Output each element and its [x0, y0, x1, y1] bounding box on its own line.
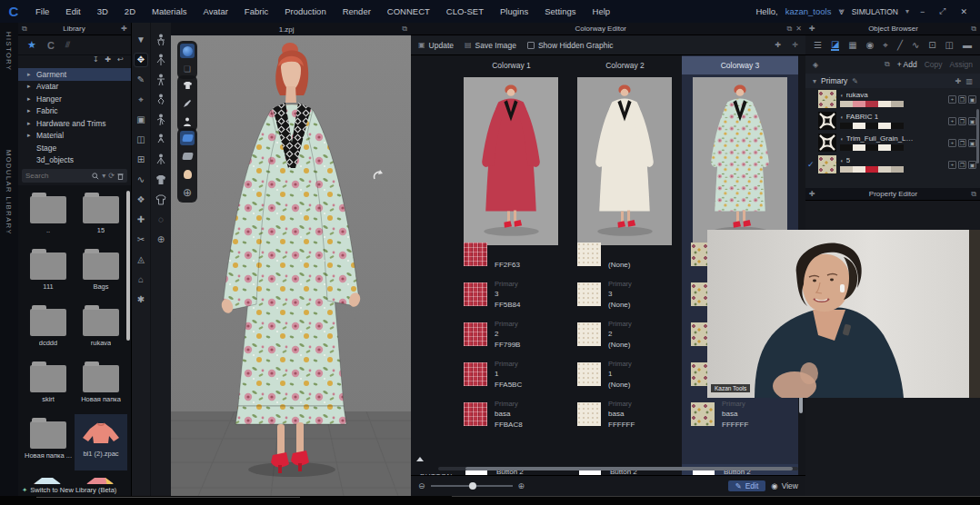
back-icon[interactable]: ↩ — [117, 55, 124, 68]
fabric-thumbnail[interactable] — [818, 90, 836, 108]
menu-materials[interactable]: Materials — [144, 6, 195, 16]
colorway2-thumbnail[interactable] — [577, 77, 672, 245]
avatar-pose-icon[interactable] — [155, 54, 166, 66]
zoom-out-icon[interactable]: ⊖ — [418, 481, 425, 490]
tab-puckering-icon[interactable]: ∿ — [912, 40, 919, 50]
fabric-thumbnail[interactable] — [818, 155, 836, 173]
steam-tool-icon[interactable]: ∿ — [137, 173, 145, 186]
tree-item-3d-objects[interactable]: 3d_objects — [18, 154, 131, 167]
snapshot-icon[interactable]: ▣ — [968, 95, 976, 104]
garment-item[interactable] — [22, 470, 75, 484]
paint-toggle-icon[interactable] — [180, 96, 195, 111]
garment-item[interactable] — [75, 470, 127, 484]
download-icon[interactable]: ↧ — [93, 55, 99, 68]
zoom-in-icon[interactable]: ⊕ — [518, 481, 525, 490]
fabric-item-trim-leather[interactable]: ◖ Trim_Full_Grain_Leather + ❐ ▣ — [805, 132, 980, 153]
colorway2-row[interactable]: (None) — [568, 239, 677, 279]
folder-item[interactable]: skirt — [22, 358, 75, 414]
fabric-thumbnail[interactable] — [818, 134, 836, 152]
colorway3-header[interactable]: Colorway 3 — [682, 56, 798, 74]
checkbox-icon[interactable] — [527, 42, 535, 49]
fabric-item-rukava[interactable]: ◖ rukava + ❐ ▣ — [805, 88, 980, 110]
mesh-display-icon[interactable]: ◌ — [158, 213, 164, 226]
folder-item[interactable]: .. — [22, 189, 75, 245]
object-browser-scrollbar[interactable] — [976, 109, 979, 163]
flatten-tool-icon[interactable]: ✱ — [137, 293, 145, 306]
colorway1-row[interactable]: Primary 3 FF5B84 — [455, 279, 564, 319]
snapshot-icon[interactable]: ▣ — [968, 139, 976, 147]
pin-tool-icon[interactable]: ⌖ — [138, 94, 144, 106]
refresh-icon[interactable]: ⟳ — [108, 172, 115, 180]
sewing-tool-icon[interactable]: ◫ — [136, 134, 145, 146]
rename-icon[interactable]: ✎ — [852, 77, 858, 85]
file-item-selected[interactable]: bl1 (2).zpac — [75, 414, 127, 470]
menu-3d[interactable]: 3D — [89, 6, 116, 16]
colorway1-row[interactable]: Primary 1 FFA5BC — [455, 359, 564, 399]
clone-icon[interactable]: ❐ — [958, 95, 966, 104]
folder-item[interactable]: dcddd — [22, 302, 75, 358]
menu-clo-set[interactable]: CLO-SET — [438, 6, 492, 16]
add-colorway-icon[interactable]: ✚ — [775, 41, 782, 49]
caret-icon[interactable]: ▸ — [27, 132, 33, 139]
filter-icon[interactable]: ◈ — [813, 61, 818, 69]
tab-fabric-icon[interactable]: ◪ — [831, 39, 839, 51]
avatar-pose-icon[interactable] — [155, 114, 166, 126]
measure-tool-icon[interactable]: ⌂ — [138, 273, 144, 286]
snapshot-icon[interactable]: ▣ — [968, 117, 976, 125]
save-image-button[interactable]: ▤ Save Image — [465, 41, 516, 50]
fabric-section-header[interactable]: ▾ Primary ✎ ✚ ▥ — [805, 74, 980, 88]
fabric-swatch[interactable] — [464, 322, 487, 346]
mode-selector[interactable]: SIMULATION — [852, 7, 898, 16]
expand-icon[interactable]: ✚ — [809, 190, 815, 198]
colorway1-row[interactable]: Primary 2 FF799B — [455, 319, 564, 359]
tree-item-garment[interactable]: ▸ Garment — [18, 68, 131, 81]
colorway1-header[interactable]: Colorway 1 — [455, 56, 568, 74]
caret-icon[interactable]: ▸ — [27, 107, 33, 114]
colorway2-header[interactable]: Colorway 2 — [568, 56, 682, 74]
clo-library-icon[interactable]: C — [47, 40, 55, 51]
menu-connect[interactable]: CONNECT — [379, 6, 438, 16]
segment-sew-icon[interactable]: ⊞ — [137, 153, 145, 166]
panel-menu-icon[interactable]: ✚ — [121, 25, 127, 33]
pen-tool-icon[interactable]: ✎ — [137, 74, 145, 86]
grid-display-icon[interactable]: ⊕ — [157, 233, 165, 246]
add-icon[interactable]: ✚ — [105, 55, 112, 68]
caret-icon[interactable]: ▸ — [27, 95, 33, 103]
tshirt-icon[interactable] — [155, 193, 166, 206]
duplicate-colorway-icon[interactable]: ✛ — [792, 41, 798, 49]
edit-mode-button[interactable]: ✎ Edit — [728, 480, 766, 491]
tree-item-stage[interactable]: Stage — [18, 142, 131, 154]
search-filter-icon[interactable]: ▾ — [102, 172, 105, 180]
tree-item-hardware-trims[interactable]: ▸ Hardware and Trims — [18, 117, 131, 130]
fabric-on-icon[interactable] — [180, 131, 195, 145]
search-input[interactable] — [25, 172, 89, 180]
trash-icon[interactable] — [117, 173, 124, 180]
avatar-pose-icon[interactable] — [155, 153, 166, 166]
viewport-canvas[interactable]: ❏ ⊕ — [171, 35, 411, 496]
head-toggle-icon[interactable] — [180, 167, 195, 182]
fabric-swatch[interactable] — [464, 402, 487, 426]
fabric-swatch[interactable] — [691, 402, 715, 426]
tree-item-avatar[interactable]: ▸ Avatar — [18, 81, 131, 94]
menu-help[interactable]: Help — [585, 6, 619, 16]
avatar-pose-icon[interactable] — [155, 134, 166, 146]
zoom-slider[interactable] — [431, 485, 513, 487]
folder-item[interactable]: Новая папка — [75, 358, 127, 414]
fabric-swatch[interactable] — [464, 243, 487, 266]
tab-hardware-icon[interactable]: ▬ — [963, 40, 972, 50]
scroll-up-arrow[interactable] — [416, 457, 424, 461]
avatar-pose-icon[interactable] — [155, 74, 166, 86]
caret-icon[interactable]: ▸ — [27, 71, 33, 78]
tab-trim-icon[interactable]: ◫ — [945, 40, 954, 50]
library-scrollbar[interactable] — [126, 191, 130, 341]
clone-icon[interactable]: ❐ — [958, 161, 966, 169]
scissors-icon[interactable]: ✂ — [137, 233, 145, 246]
tree-item-material[interactable]: ▸ Material — [18, 130, 131, 143]
viewport-tab[interactable]: 1.zpj ⧉ — [171, 23, 411, 35]
menu-file[interactable]: File — [27, 6, 57, 16]
colorway3-thumbnail[interactable] — [693, 77, 787, 245]
colorway1-row[interactable]: FF2F63 — [455, 239, 564, 279]
tab-button-icon[interactable]: ◉ — [866, 40, 875, 50]
caret-icon[interactable]: ▸ — [27, 83, 33, 90]
tab-buttonhole-icon[interactable]: ⌖ — [883, 40, 888, 51]
